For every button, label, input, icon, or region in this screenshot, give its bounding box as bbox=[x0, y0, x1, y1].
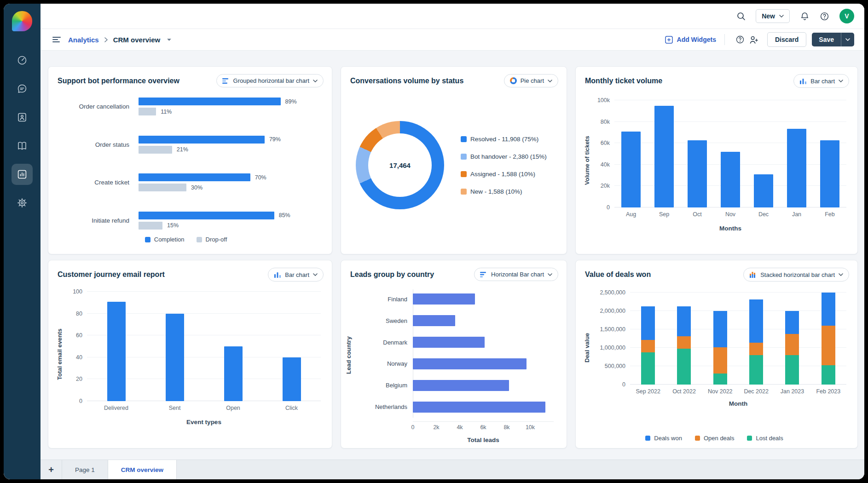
stacked-bar[interactable] bbox=[677, 306, 691, 385]
discard-button[interactable]: Discard bbox=[767, 32, 806, 47]
x-tick-label: Click bbox=[262, 405, 321, 411]
sidebar-item-analytics[interactable] bbox=[12, 164, 33, 185]
add-page-button[interactable]: + bbox=[41, 460, 62, 479]
save-options-caret[interactable] bbox=[841, 33, 854, 46]
bar[interactable] bbox=[139, 222, 162, 230]
sidebar-nav bbox=[12, 50, 33, 213]
avatar-initial: V bbox=[845, 12, 849, 20]
new-button[interactable]: New bbox=[756, 9, 790, 23]
bar[interactable] bbox=[754, 174, 773, 207]
bar[interactable] bbox=[107, 302, 126, 401]
chart-type-select[interactable]: Stacked horizontal bar chart bbox=[743, 268, 849, 282]
chart-type-select[interactable]: Bar chart bbox=[268, 268, 324, 282]
chart-type-select[interactable]: Pie chart bbox=[504, 74, 558, 87]
category-label: Order cancellation bbox=[52, 103, 139, 110]
legend-item[interactable]: Lost deals bbox=[747, 435, 783, 442]
legend-item[interactable]: Resolved - 11,908 (75%) bbox=[461, 136, 547, 143]
chat-bubble-icon bbox=[17, 83, 28, 94]
bar[interactable] bbox=[621, 132, 641, 207]
notifications-bell-icon[interactable] bbox=[800, 12, 810, 21]
bar[interactable] bbox=[139, 98, 281, 105]
save-button-group: Save bbox=[812, 33, 854, 46]
chevron-down-icon bbox=[548, 273, 552, 276]
legend-item[interactable]: Completion bbox=[145, 236, 185, 243]
bar[interactable] bbox=[139, 184, 186, 191]
stacked-bar[interactable] bbox=[641, 306, 655, 385]
bar[interactable] bbox=[139, 136, 265, 144]
bar-segment bbox=[713, 311, 727, 347]
stacked-bar[interactable] bbox=[785, 311, 799, 385]
sidebar-item-settings[interactable] bbox=[12, 192, 33, 213]
widget-header: Customer journey email report Bar chart bbox=[48, 260, 332, 283]
dashboard-header-bar: Analytics CRM overview Add Widgets Disca… bbox=[41, 29, 864, 51]
panel-toggle-icon[interactable] bbox=[52, 36, 61, 43]
legend-item[interactable]: New - 1,588 (10%) bbox=[461, 188, 547, 195]
stacked-bar[interactable] bbox=[713, 311, 727, 385]
bar-segment bbox=[713, 347, 727, 374]
plot-area: 020k40k60k80k100k bbox=[614, 97, 846, 207]
legend-label: Assigned - 1,588 (10%) bbox=[470, 171, 535, 178]
donut[interactable]: 17,464 bbox=[356, 121, 444, 209]
sidebar-item-knowledge-base[interactable] bbox=[12, 135, 33, 156]
stacked-bar[interactable] bbox=[822, 293, 835, 385]
bar[interactable] bbox=[139, 146, 172, 154]
breadcrumb-analytics-link[interactable]: Analytics bbox=[68, 36, 99, 44]
search-icon[interactable] bbox=[737, 12, 746, 21]
bar[interactable] bbox=[139, 173, 250, 181]
bar[interactable] bbox=[413, 380, 509, 391]
chart-type-select[interactable]: Grouped horizontal bar chart bbox=[216, 74, 324, 87]
widget-monthly-ticket-volume: Monthly ticket volume Bar chart Volume o… bbox=[575, 66, 858, 254]
bar[interactable] bbox=[224, 346, 243, 401]
bar[interactable] bbox=[654, 106, 674, 207]
legend-swatch bbox=[461, 136, 467, 142]
legend-item[interactable]: Assigned - 1,588 (10%) bbox=[461, 171, 547, 178]
chart-row: Norway bbox=[353, 358, 554, 369]
dashboard-switcher-caret-icon[interactable] bbox=[167, 38, 172, 41]
user-avatar[interactable]: V bbox=[839, 9, 854, 23]
chart-type-select[interactable]: Bar chart bbox=[793, 74, 849, 88]
bar[interactable] bbox=[413, 402, 545, 413]
chart-type-label: Bar chart bbox=[285, 271, 309, 278]
bar[interactable] bbox=[413, 315, 455, 326]
bar-segment bbox=[749, 355, 763, 385]
bar[interactable] bbox=[721, 152, 740, 207]
sidebar-item-dashboard[interactable] bbox=[12, 50, 33, 71]
category-label: Sweden bbox=[353, 317, 413, 324]
chart-legend: Deals won Open deals Lost deals bbox=[582, 435, 846, 443]
bar[interactable] bbox=[820, 140, 839, 207]
bar[interactable] bbox=[166, 314, 184, 401]
add-widgets-button[interactable]: Add Widgets bbox=[665, 36, 716, 44]
bar[interactable] bbox=[139, 212, 274, 219]
legend-item[interactable]: Deals won bbox=[645, 435, 682, 442]
plot-area: 020406080100 bbox=[87, 291, 321, 401]
bar[interactable] bbox=[688, 140, 707, 207]
share-user-plus-icon[interactable] bbox=[747, 33, 761, 46]
speedometer-icon bbox=[17, 55, 28, 66]
bar[interactable] bbox=[787, 129, 806, 207]
y-tick-label: 0 bbox=[79, 398, 82, 404]
legend-item[interactable]: Drop-off bbox=[197, 236, 227, 243]
app-window: New V Analytics CRM overview bbox=[4, 4, 864, 479]
chart-type-select[interactable]: Horizontal Bar chart bbox=[474, 268, 558, 281]
widget-help-icon[interactable] bbox=[733, 33, 747, 46]
bar[interactable] bbox=[413, 358, 527, 369]
bar[interactable] bbox=[283, 357, 301, 401]
bar-segment bbox=[641, 340, 655, 352]
bar[interactable] bbox=[413, 293, 475, 305]
stacked-bar[interactable] bbox=[749, 299, 763, 385]
legend-item[interactable]: Open deals bbox=[695, 435, 735, 442]
sidebar-item-conversations[interactable] bbox=[12, 78, 33, 99]
save-button[interactable]: Save bbox=[812, 33, 841, 46]
tab-page-1[interactable]: Page 1 bbox=[62, 460, 108, 479]
bar[interactable] bbox=[139, 108, 156, 115]
new-button-label: New bbox=[762, 12, 775, 20]
category-label: Netherlands bbox=[353, 403, 413, 410]
freshworks-logo-icon[interactable] bbox=[12, 11, 32, 31]
bar[interactable] bbox=[413, 337, 485, 348]
plot-area: 0500,0001,000,0001,500,0002,000,0002,500… bbox=[630, 291, 846, 385]
x-tick-label: Sep bbox=[648, 211, 681, 218]
sidebar-item-contacts[interactable] bbox=[12, 107, 33, 128]
legend-item[interactable]: Bot handover - 2,380 (15%) bbox=[461, 153, 547, 160]
help-icon[interactable] bbox=[820, 12, 829, 21]
tab-crm-overview[interactable]: CRM overview bbox=[108, 460, 177, 479]
